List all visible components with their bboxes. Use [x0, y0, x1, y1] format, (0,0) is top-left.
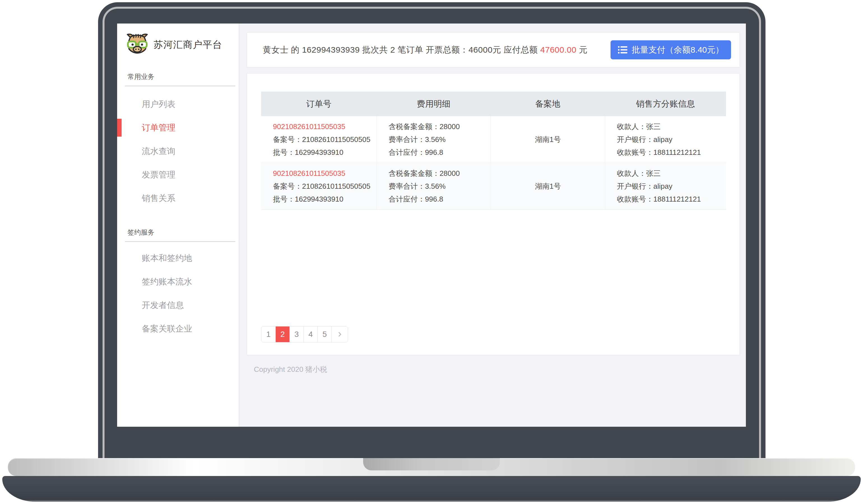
column-header-fee-detail: 费用明细 — [377, 98, 491, 110]
pagination: 1 2 3 4 5 — [261, 326, 348, 343]
record-place-cell: 湖南1号 — [491, 163, 605, 209]
fee-rate: 费率合计：3.56% — [389, 133, 485, 146]
table-row[interactable]: 902108261011505035 备案号：21082610115050505… — [261, 116, 726, 163]
batch-summary-bar: 黄女士 的 162994393939 批次共 2 笔订单 开票总额：46000元… — [247, 33, 740, 67]
batch-summary-prefix: 黄女士 的 162994393939 批次共 2 笔订单 开票总额：46000元… — [263, 45, 540, 54]
table-header-row: 订单号 费用明细 备案地 销售方分账信息 — [261, 92, 726, 116]
fee-rate: 费率合计：3.56% — [389, 180, 485, 193]
fee-amount: 含税备案金额：28000 — [389, 120, 485, 133]
payable-amount: 47600.00 — [540, 45, 576, 54]
batch-pay-button[interactable]: 批量支付（余额8.40元） — [611, 40, 731, 59]
bank: 开户银行：alipay — [617, 133, 721, 146]
sidebar-section-common: 常用业务 用户列表 订单管理 流水查询 发票管理 销售关系 — [117, 72, 239, 210]
sidebar-item-order-management[interactable]: 订单管理 — [117, 116, 239, 140]
laptop-mockup: 苏河汇商户平台 常用业务 用户列表 订单管理 流水查询 发票管理 销售关系 签约… — [0, 0, 863, 504]
laptop-screen-bezel: 苏河汇商户平台 常用业务 用户列表 订单管理 流水查询 发票管理 销售关系 签约… — [98, 2, 765, 463]
pig-mascot-logo — [126, 33, 149, 56]
batch-no: 批号：162994393910 — [273, 146, 371, 159]
sidebar-item-invoice-management[interactable]: 发票管理 — [117, 163, 239, 186]
sidebar-item-label: 用户列表 — [142, 100, 175, 109]
bank: 开户银行：alipay — [617, 180, 721, 193]
sidebar-item-sales-relation[interactable]: 销售关系 — [117, 186, 239, 210]
laptop-base — [8, 458, 855, 476]
sidebar-item-ledger-sign-place[interactable]: 账本和签约地 — [117, 246, 239, 270]
fee-amount: 含税备案金额：28000 — [389, 167, 485, 180]
seller-split-cell: 收款人：张三 开户银行：alipay 收款账号：188111212121 — [605, 163, 726, 209]
order-number: 902108261011505035 — [273, 167, 371, 180]
record-place-cell: 湖南1号 — [491, 116, 605, 163]
payee: 收款人：张三 — [617, 120, 721, 133]
list-icon — [618, 46, 627, 54]
copyright-text: Copyright 2020 猪小税 — [254, 364, 327, 374]
active-indicator-bar — [117, 119, 122, 137]
app-window: 苏河汇商户平台 常用业务 用户列表 订单管理 流水查询 发票管理 销售关系 签约… — [117, 24, 746, 427]
page-button-5[interactable]: 5 — [317, 326, 332, 342]
sidebar-item-label: 签约账本流水 — [142, 277, 192, 286]
batch-no: 批号：162994393910 — [273, 193, 371, 206]
payee: 收款人：张三 — [617, 167, 721, 180]
fee-total: 合计应付：996.8 — [389, 193, 485, 206]
sidebar-item-label: 开发者信息 — [142, 300, 184, 310]
sidebar-menu-common: 用户列表 订单管理 流水查询 发票管理 销售关系 — [117, 86, 239, 210]
sidebar-item-transaction-query[interactable]: 流水查询 — [117, 140, 239, 163]
page-button-4[interactable]: 4 — [303, 326, 317, 342]
laptop-base-bottom — [2, 476, 861, 502]
sidebar-item-label: 销售关系 — [142, 193, 175, 203]
sidebar-item-developer-info[interactable]: 开发者信息 — [117, 294, 239, 317]
order-number: 902108261011505035 — [273, 120, 371, 133]
sidebar-item-user-list[interactable]: 用户列表 — [117, 92, 239, 116]
record-no: 备案号：21082610115050505 — [273, 133, 371, 146]
record-no: 备案号：21082610115050505 — [273, 180, 371, 193]
section-title: 常用业务 — [127, 72, 239, 81]
record-place: 湖南1号 — [535, 180, 561, 193]
column-header-record-place: 备案地 — [491, 98, 605, 110]
account: 收款账号：188111212121 — [617, 193, 721, 206]
page-button-2-active[interactable]: 2 — [275, 326, 289, 342]
sidebar: 苏河汇商户平台 常用业务 用户列表 订单管理 流水查询 发票管理 销售关系 签约… — [117, 24, 239, 427]
brand-title: 苏河汇商户平台 — [153, 38, 222, 51]
laptop-base-notch — [363, 458, 500, 470]
order-no-cell: 902108261011505035 备案号：21082610115050505… — [261, 163, 377, 209]
section-title: 签约服务 — [127, 228, 239, 237]
column-header-order-no: 订单号 — [261, 98, 377, 110]
batch-summary-text: 黄女士 的 162994393939 批次共 2 笔订单 开票总额：46000元… — [263, 44, 588, 56]
chevron-right-icon — [336, 331, 343, 338]
record-place: 湖南1号 — [535, 133, 561, 146]
sidebar-item-ledger-flow[interactable]: 签约账本流水 — [117, 270, 239, 294]
page-button-1[interactable]: 1 — [261, 326, 275, 342]
sidebar-item-related-enterprise[interactable]: 备案关联企业 — [117, 317, 239, 340]
table-row[interactable]: 902108261011505035 备案号：21082610115050505… — [261, 163, 726, 210]
page-button-3[interactable]: 3 — [289, 326, 303, 342]
batch-pay-label: 批量支付（余额8.40元） — [632, 44, 724, 56]
account: 收款账号：188111212121 — [617, 146, 721, 159]
seller-split-cell: 收款人：张三 开户银行：alipay 收款账号：188111212121 — [605, 116, 726, 163]
fee-detail-cell: 含税备案金额：28000 费率合计：3.56% 合计应付：996.8 — [377, 163, 491, 209]
sidebar-section-contract: 签约服务 账本和签约地 签约账本流水 开发者信息 备案关联企业 — [117, 228, 239, 340]
orders-table-card: 订单号 费用明细 备案地 销售方分账信息 902108261011505035 … — [247, 73, 740, 355]
fee-total: 合计应付：996.8 — [389, 146, 485, 159]
order-no-cell: 902108261011505035 备案号：21082610115050505… — [261, 116, 377, 163]
sidebar-item-label: 备案关联企业 — [142, 324, 192, 333]
brand-header: 苏河汇商户平台 — [117, 24, 239, 56]
sidebar-item-label: 账本和签约地 — [142, 254, 192, 263]
sidebar-item-label: 流水查询 — [142, 146, 175, 156]
main-content: 黄女士 的 162994393939 批次共 2 笔订单 开票总额：46000元… — [240, 24, 746, 427]
sidebar-item-label: 发票管理 — [142, 170, 175, 179]
column-header-seller-split-info: 销售方分账信息 — [605, 98, 726, 110]
next-page-button[interactable] — [332, 326, 348, 342]
batch-summary-suffix: 元 — [576, 45, 587, 54]
sidebar-item-label: 订单管理 — [142, 123, 175, 132]
fee-detail-cell: 含税备案金额：28000 费率合计：3.56% 合计应付：996.8 — [377, 116, 491, 163]
sidebar-menu-contract: 账本和签约地 签约账本流水 开发者信息 备案关联企业 — [117, 242, 239, 340]
